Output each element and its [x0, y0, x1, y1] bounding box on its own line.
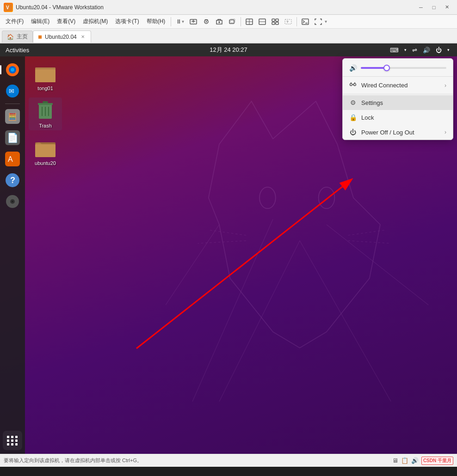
window-title: Ubuntu20.04 - VMware Workstation: [16, 4, 414, 11]
dock-item-dvd[interactable]: [3, 192, 22, 211]
separator-2: [343, 94, 453, 94]
svg-point-6: [206, 21, 207, 22]
pause-icon: ⏸: [176, 18, 182, 25]
menu-bar: 文件(F) 编辑(E) 查看(V) 虚拟机(M) 选项卡(T) 帮助(H) ⏸ …: [0, 15, 457, 29]
wired-icon: [349, 81, 357, 89]
menu-row-lock[interactable]: 🔒 Lock: [343, 110, 453, 125]
status-icons: 🖥 📋 🔊 CSDN 千里月: [392, 457, 453, 465]
svg-rect-16: [272, 22, 275, 24]
menu-row-power[interactable]: ⏻ Power Off / Log Out ›: [343, 125, 453, 140]
volume-slider[interactable]: [361, 67, 446, 69]
toolbar-separator3: [296, 17, 297, 26]
dock-item-thunderbird[interactable]: ✉: [3, 81, 22, 101]
desktop-icon-trash[interactable]: Trash: [29, 98, 62, 130]
status-bar: 要将输入定向到该虚拟机，请在虚拟机内部单击或按 Ctrl+G。 🖥 📋 🔊 CS…: [0, 454, 457, 467]
dock-item-files[interactable]: 📄: [3, 128, 22, 147]
snapshot-button[interactable]: [200, 16, 213, 27]
svg-line-32: [348, 230, 385, 236]
view3-button[interactable]: [269, 16, 282, 27]
svg-rect-52: [35, 69, 56, 82]
dock-item-calculator[interactable]: 🧮: [3, 107, 22, 126]
svg-line-31: [198, 241, 246, 244]
toolbar-separator2: [241, 17, 241, 26]
menu-file[interactable]: 文件(F): [2, 16, 27, 27]
menu-help[interactable]: 帮助(H): [143, 16, 169, 27]
ubuntu-desktop[interactable]: Activities 12月 24 20:27 ⌨ ▾ ⇌ 🔊 ⏻ ▾: [0, 43, 457, 454]
desktop-icon-ubuntu20[interactable]: ubuntu20: [29, 135, 62, 168]
panel-volume-icon[interactable]: 🔊: [421, 46, 432, 55]
svg-text:✉: ✉: [9, 87, 14, 95]
volume-fill: [361, 67, 387, 69]
view2-button[interactable]: [256, 16, 269, 27]
volume-thumb[interactable]: [383, 65, 390, 71]
minimize-button[interactable]: ─: [414, 2, 427, 12]
menu-tabs[interactable]: 选项卡(T): [111, 16, 142, 27]
menu-view[interactable]: 查看(V): [53, 16, 79, 27]
menu-vm[interactable]: 虚拟机(M): [79, 16, 111, 27]
system-menu: 🔊: [342, 58, 453, 140]
status-icon-1[interactable]: 🖥: [392, 457, 398, 464]
tab-ubuntu-label: Ubuntu20.04: [45, 34, 77, 40]
menu-edit[interactable]: 编辑(E): [27, 16, 53, 27]
window-controls: ─ □ ✕: [414, 2, 453, 12]
send-ctrlaltdel-button[interactable]: [187, 16, 200, 27]
terminal-button[interactable]: [299, 16, 312, 27]
panel-system-icons: ⌨ ▾ ⇌ 🔊 ⏻ ▾: [388, 46, 451, 55]
vm-icon: ◼: [38, 34, 42, 40]
vmware-window: V Ubuntu20.04 - VMware Workstation ─ □ ✕…: [0, 0, 457, 467]
panel-down-icon[interactable]: ▾: [402, 47, 408, 53]
menu-arrow: [441, 58, 448, 59]
svg-text:📄: 📄: [7, 132, 19, 143]
show-apps-button[interactable]: [3, 431, 22, 450]
power-arrow-icon: ›: [445, 129, 446, 135]
trash-label: Trash: [39, 123, 52, 128]
ubuntu20-folder-icon: [34, 137, 56, 159]
panel-power-dropdown[interactable]: ▾: [445, 47, 451, 53]
svg-line-33: [348, 241, 391, 244]
vm-viewport[interactable]: Activities 12月 24 20:27 ⌨ ▾ ⇌ 🔊 ⏻ ▾: [0, 43, 457, 454]
menu-row-settings[interactable]: ⚙ Settings: [343, 95, 453, 110]
status-icon-2[interactable]: 📋: [401, 457, 408, 464]
desktop-icon-tong01[interactable]: tong01: [29, 60, 62, 93]
ubuntu20-label: ubuntu20: [35, 160, 56, 166]
panel-network-icon[interactable]: ⇌: [410, 46, 419, 55]
maximize-button[interactable]: □: [427, 2, 440, 12]
desktop-icons-area: tong01 Trash: [29, 60, 62, 168]
pause-button[interactable]: ⏸ ▾: [173, 17, 187, 26]
view4-button[interactable]: ?: [282, 16, 295, 27]
tab-home[interactable]: 🏠 主页: [2, 31, 33, 43]
tab-close-button[interactable]: ✕: [80, 34, 86, 40]
power-label: Power Off / Log Out: [361, 129, 440, 136]
fullscreen-dropdown[interactable]: ▾: [325, 19, 327, 24]
snapshot2-button[interactable]: [213, 16, 226, 27]
dock-item-appstore[interactable]: A: [3, 149, 22, 169]
csdn-badge: CSDN 千里月: [421, 457, 453, 465]
tab-ubuntu[interactable]: ◼ Ubuntu20.04 ✕: [33, 31, 91, 43]
tong01-folder-icon: [34, 62, 56, 84]
svg-point-28: [259, 187, 276, 208]
status-icon-3[interactable]: 🔊: [411, 457, 419, 464]
wired-label: Wired Connected: [361, 82, 440, 89]
svg-point-29: [319, 187, 335, 208]
panel-clock: 12月 24 20:27: [210, 46, 247, 54]
dock-item-help[interactable]: ?: [3, 171, 22, 190]
svg-point-49: [12, 201, 13, 202]
panel-keyboard-icon[interactable]: ⌨: [388, 46, 401, 55]
activities-button[interactable]: Activities: [6, 47, 29, 54]
tong01-label: tong01: [37, 85, 53, 91]
view1-button[interactable]: [243, 16, 256, 27]
svg-rect-15: [276, 19, 278, 21]
close-button[interactable]: ✕: [440, 2, 453, 12]
snapshot3-button[interactable]: [226, 16, 239, 27]
svg-rect-54: [38, 103, 53, 105]
settings-label: Settings: [361, 99, 446, 106]
svg-line-24: [219, 241, 300, 402]
title-bar: V Ubuntu20.04 - VMware Workstation ─ □ ✕: [0, 0, 457, 15]
status-message: 要将输入定向到该虚拟机，请在虚拟机内部单击或按 Ctrl+G。: [4, 457, 142, 464]
fullscreen-button[interactable]: [312, 16, 325, 27]
tab-home-label: 主页: [17, 33, 28, 41]
menu-row-wired[interactable]: Wired Connected ›: [343, 78, 453, 93]
svg-text:V: V: [6, 5, 9, 10]
panel-power-icon[interactable]: ⏻: [434, 46, 444, 55]
dock-item-firefox[interactable]: [3, 60, 22, 79]
